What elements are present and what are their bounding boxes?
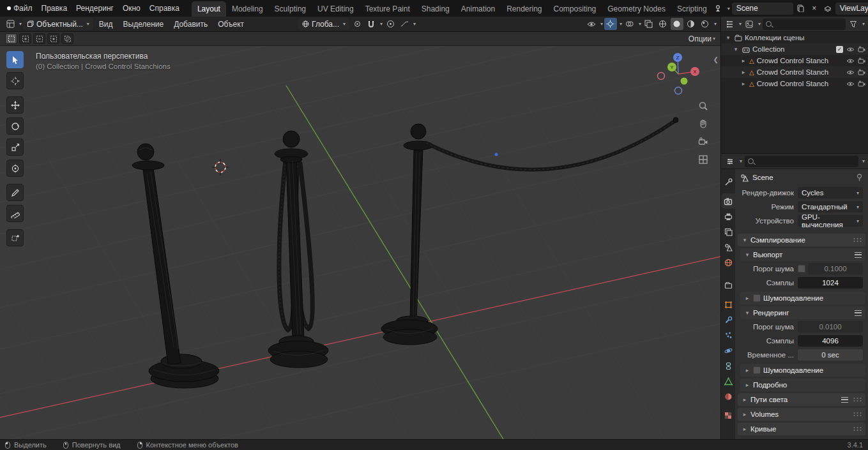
xray-toggle-icon[interactable] [643,18,655,30]
subsection-render[interactable]: ▾ Рендеринг [740,306,865,319]
sidebar-toggle-icon[interactable]: ❮ [713,56,719,63]
tab-output-icon[interactable] [721,209,735,224]
tab-constraints-icon[interactable] [721,358,735,373]
menu-file[interactable]: Файл [9,2,37,15]
select-mode-extend-icon[interactable] [19,33,31,44]
outliner-row-object-3[interactable]: ▸ △ Crowd Control Stanch [721,78,868,89]
snap-magnet-icon[interactable] [365,18,377,30]
ortho-grid-icon[interactable] [697,153,710,166]
collection-checkbox[interactable]: ✓ [836,46,843,53]
outliner-row-object-2[interactable]: ▸ △ Crowd Control Stanch [721,66,868,78]
tab-geometry-nodes[interactable]: Geometry Nodes [602,1,671,17]
hide-eye-icon[interactable] [846,58,855,64]
outliner-row-object-1[interactable]: ▸ △ Crowd Control Stanch [721,55,868,66]
tab-scene-icon[interactable] [721,239,735,255]
tool-scale[interactable] [6,139,24,156]
menu-view[interactable]: Вид [95,19,118,30]
viewport-samples-field[interactable]: 1024 [798,277,863,289]
noise-threshold-field[interactable]: 0.1000 [808,263,863,274]
outliner-filter-icon[interactable] [848,19,859,30]
section-volumes[interactable]: ▸ Volumes [738,408,865,421]
render-visibility-camera-icon[interactable] [858,46,865,52]
viewlayer-browse-icon[interactable] [822,3,834,14]
preset-menu-icon[interactable] [841,397,848,403]
select-mode-set-icon[interactable] [5,33,17,44]
tab-texture-icon[interactable] [721,408,735,423]
disclosure-closed-icon[interactable]: ▸ [740,57,747,64]
render-samples-field[interactable]: 4096 [798,335,863,347]
render-engine-dropdown[interactable]: Cycles▾ [798,187,863,199]
gizmos-toggle-icon[interactable] [604,18,617,30]
falloff-caret-icon[interactable]: ▾ [413,21,416,27]
scene-browse-icon[interactable] [713,3,724,14]
tab-material-icon[interactable] [721,389,735,404]
tool-annotate[interactable] [6,184,24,201]
outliner-filter-caret-icon[interactable]: ▾ [862,21,865,27]
outliner-display-caret-icon[interactable]: ▾ [758,21,761,27]
tab-particles-icon[interactable] [721,327,735,343]
menu-window[interactable]: Окно [118,2,145,15]
menu-object[interactable]: Объект [213,19,248,30]
outliner-editor-icon[interactable] [724,19,736,30]
zoom-icon[interactable] [697,100,710,112]
shading-wireframe-icon[interactable] [657,18,669,30]
menu-add[interactable]: Добавить [169,19,212,30]
editor-type-icon[interactable] [4,18,17,30]
disclosure-closed-icon[interactable]: ▸ [740,80,747,87]
options-dropdown[interactable]: Опции ▾ [689,34,715,43]
tab-world-icon[interactable] [721,255,735,270]
proportional-edit-icon[interactable] [384,18,397,30]
outliner-display-mode-icon[interactable] [743,19,755,30]
tab-physics-icon[interactable] [721,343,735,358]
viewport-denoise-checkbox[interactable] [753,294,761,302]
mode-dropdown[interactable]: Объектный... ▾ [23,18,93,30]
tool-select-box[interactable] [6,51,24,68]
render-denoise-checkbox[interactable] [753,366,761,374]
panel-grip-icon[interactable] [853,237,862,243]
proportional-falloff-icon[interactable] [398,18,411,30]
tab-rendering[interactable]: Rendering [501,1,547,17]
device-dropdown[interactable]: GPU-вычисления▾ [798,215,863,227]
viewlayer-selector[interactable]: ViewLayer [835,3,868,15]
outliner-row-scene-collection[interactable]: ▾ Коллекции сцены [721,32,868,43]
menu-help[interactable]: Справка [145,2,184,15]
tool-rotate[interactable] [6,117,24,135]
visibility-icon[interactable] [585,18,598,30]
select-mode-invert-icon[interactable] [47,33,59,44]
preset-menu-icon[interactable] [855,252,862,258]
shading-rendered-icon[interactable] [699,18,712,30]
scene-selector[interactable]: Scene [732,3,793,15]
panel-grip-icon[interactable] [853,397,862,402]
subsection-render-denoise[interactable]: ▸ Шумоподавление [740,364,865,377]
select-mode-intersect-icon[interactable] [61,33,73,44]
section-sampling[interactable]: ▾ Сэмплирование [738,234,865,246]
camera-view-icon[interactable] [697,135,710,148]
disclosure-open-icon[interactable]: ▾ [725,34,731,41]
tool-transform[interactable] [6,160,24,177]
menu-select[interactable]: Выделение [119,19,169,30]
transform-orientation-dropdown[interactable]: Глоба... ▾ [298,18,349,30]
tab-object-icon[interactable] [721,297,735,312]
preset-menu-icon[interactable] [855,310,862,316]
disclosure-open-icon[interactable]: ▾ [733,46,739,52]
tab-shading[interactable]: Shading [416,1,455,17]
tab-compositing[interactable]: Compositing [548,1,602,17]
panel-grip-icon[interactable] [853,426,862,431]
tool-cursor[interactable] [6,72,24,89]
viewport-3d[interactable]: Пользовательская перспектива (0) Collect… [0,46,720,439]
editor-type-caret-icon[interactable]: ▾ [19,21,22,27]
outliner-search[interactable] [763,19,846,30]
tab-layout[interactable]: Layout [192,1,226,17]
overlays-caret-icon[interactable]: ▾ [639,21,641,27]
menu-render[interactable]: Рендеринг [72,2,118,15]
properties-search-input[interactable] [756,158,855,165]
navigation-gizmo[interactable]: Z X Y [657,49,708,98]
gizmo-x-neg-axis[interactable] [658,73,665,80]
outliner-row-collection[interactable]: ▾ Collection ✓ [721,43,868,55]
properties-editor-icon[interactable] [724,156,736,167]
hide-eye-icon[interactable] [846,47,855,52]
tool-move[interactable] [6,96,24,114]
tab-render-icon[interactable] [721,193,735,209]
tab-object-data-icon[interactable] [721,373,735,389]
render-visibility-camera-icon[interactable] [858,80,865,87]
